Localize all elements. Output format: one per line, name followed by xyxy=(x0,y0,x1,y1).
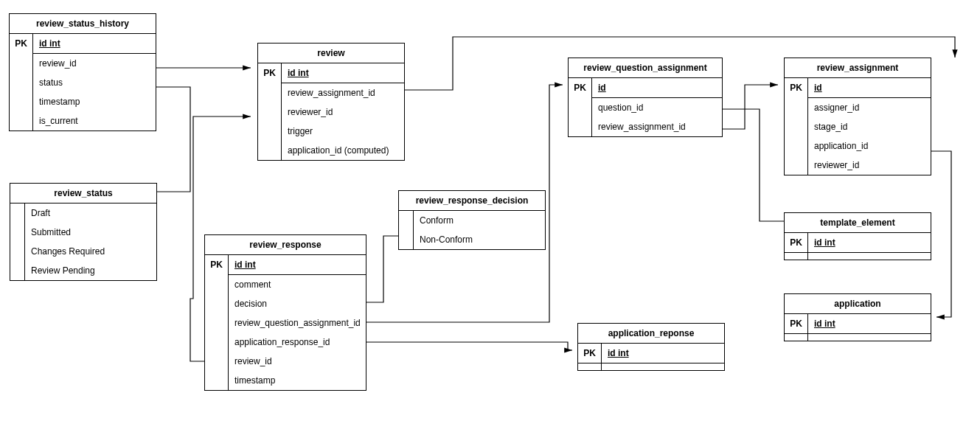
entity-application-response: application_reponse PK id int xyxy=(577,323,725,371)
attr: application_id xyxy=(808,136,931,156)
enum-review-status: review_status Draft Submitted Changes Re… xyxy=(10,183,157,281)
attr: is_current xyxy=(33,111,156,131)
entity-review: review PK id int review_assignment_id re… xyxy=(257,43,405,161)
entity-title: review_response xyxy=(205,235,366,255)
attr: question_id xyxy=(592,98,722,117)
entity-title: application xyxy=(785,294,931,314)
enum-val: Draft xyxy=(25,203,156,223)
enum-leftbar xyxy=(10,203,25,280)
pk-label: PK xyxy=(10,34,33,131)
pk-value: id int xyxy=(33,34,156,54)
enum-val: Non-Conform xyxy=(414,230,545,249)
entity-review-status-history: review_status_history PK id int review_i… xyxy=(9,13,156,131)
enum-review-response-decision: review_response_decision Conform Non-Con… xyxy=(398,190,546,250)
entity-application: application PK id int xyxy=(784,293,931,341)
entity-title: review_assignment xyxy=(785,58,931,78)
pk-value: id int xyxy=(229,255,366,275)
pk-value: id xyxy=(808,78,931,98)
attr: assigner_id xyxy=(808,98,931,117)
pk-value: id int xyxy=(282,63,404,83)
entity-title: application_reponse xyxy=(578,324,724,344)
attr: timestamp xyxy=(33,92,156,111)
enum-val: Changes Required xyxy=(25,242,156,261)
entity-review-response: review_response PK id int comment decisi… xyxy=(204,234,366,391)
attr: stage_id xyxy=(808,117,931,136)
pk-label: PK xyxy=(569,78,592,136)
enum-leftbar xyxy=(399,211,414,249)
enum-val: Conform xyxy=(414,211,545,230)
enum-val: Review Pending xyxy=(25,261,156,280)
entity-title: review xyxy=(258,44,404,63)
enum-val: Submitted xyxy=(25,223,156,242)
pk-value: id int xyxy=(602,344,724,363)
attr: comment xyxy=(229,275,366,294)
attr: review_question_assignment_id xyxy=(229,313,366,333)
entity-title: review_question_assignment xyxy=(569,58,722,78)
pk-value: id int xyxy=(808,233,931,252)
attr: trigger xyxy=(282,122,404,141)
attr: decision xyxy=(229,294,366,313)
entity-template-element: template_element PK id int xyxy=(784,212,931,260)
entity-title: review_status_history xyxy=(10,14,156,34)
attr: reviewer_id xyxy=(282,102,404,122)
enum-title: review_status xyxy=(10,184,156,203)
pk-value: id int xyxy=(808,314,931,333)
pk-label: PK xyxy=(785,314,808,333)
pk-label: PK xyxy=(785,78,808,175)
attr: status xyxy=(33,73,156,92)
pk-value: id xyxy=(592,78,722,98)
attr: review_assignment_id xyxy=(592,117,722,136)
attr: application_response_id xyxy=(229,333,366,352)
attr: application_id (computed) xyxy=(282,141,404,160)
pk-label: PK xyxy=(785,233,808,252)
attr: review_assignment_id xyxy=(282,83,404,102)
entity-review-assignment: review_assignment PK id assigner_id stag… xyxy=(784,58,931,175)
attr: timestamp xyxy=(229,371,366,390)
pk-label: PK xyxy=(578,344,602,363)
entity-title: template_element xyxy=(785,213,931,233)
pk-label: PK xyxy=(258,63,282,160)
attr: review_id xyxy=(33,54,156,73)
attr: review_id xyxy=(229,352,366,371)
enum-title: review_response_decision xyxy=(399,191,545,211)
pk-label: PK xyxy=(205,255,229,390)
entity-review-question-assignment: review_question_assignment PK id questio… xyxy=(568,58,723,137)
attr: reviewer_id xyxy=(808,156,931,175)
